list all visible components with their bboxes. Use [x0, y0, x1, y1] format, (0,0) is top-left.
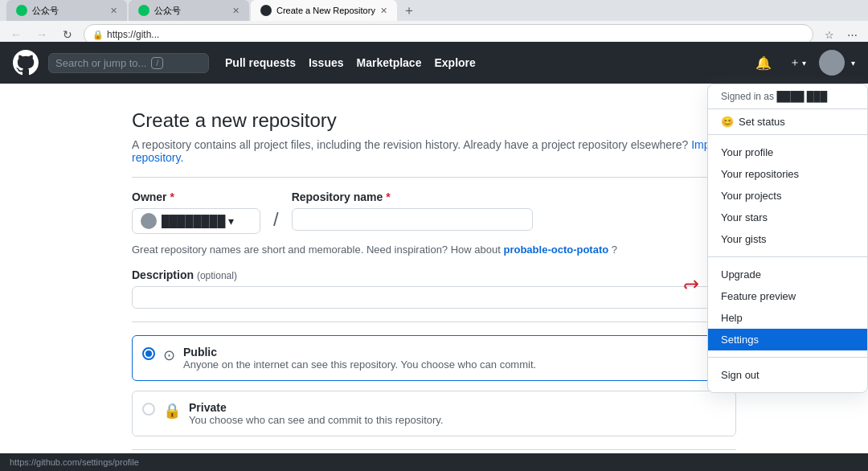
- repo-name-group: Repository name *: [292, 190, 533, 231]
- lock-radio-icon: 🔒: [163, 402, 181, 420]
- search-box[interactable]: Search or jump to... /: [48, 53, 209, 73]
- owner-select[interactable]: ████████ ▾: [132, 208, 260, 234]
- your-stars-link[interactable]: Your stars: [708, 207, 867, 228]
- nav-explore[interactable]: Explore: [434, 56, 475, 69]
- dropdown-section-signout: Sign out: [708, 358, 867, 392]
- tab-close-2[interactable]: ✕: [232, 6, 240, 16]
- owner-label: Owner *: [132, 190, 260, 203]
- emoji-icon: 😊: [721, 116, 734, 128]
- private-title: Private: [189, 401, 726, 414]
- avatar-chevron[interactable]: ▾: [851, 59, 855, 68]
- repo-name-label: Repository name *: [292, 190, 533, 203]
- form-divider: [132, 177, 736, 178]
- suggestion-name[interactable]: probable-octo-potato: [503, 244, 608, 256]
- description-group: Description (optional): [132, 268, 736, 309]
- settings-link[interactable]: Settings: [708, 329, 867, 350]
- url-text: https://gith...: [107, 29, 805, 40]
- visibility-divider: [132, 322, 736, 322]
- public-radio[interactable]: [142, 347, 155, 360]
- tab-label-3: Create a New Repository: [276, 6, 375, 15]
- page-description: A repository contains all project files,…: [132, 138, 736, 164]
- init-divider: [132, 449, 736, 450]
- suggestion-text: Great repository names are short and mem…: [132, 244, 736, 256]
- chevron-down-icon: ▾: [802, 59, 806, 68]
- status-bar: https://github.com/settings/profile: [0, 453, 868, 471]
- private-radio[interactable]: [142, 403, 155, 416]
- tab-wechat-1[interactable]: 公众号 ✕: [6, 0, 127, 21]
- wechat-favicon-1: [16, 5, 27, 16]
- repo-name-required: *: [386, 190, 390, 203]
- page-desc-text: A repository contains all project files,…: [132, 138, 688, 151]
- repo-name-input[interactable]: [292, 208, 533, 231]
- public-content: Public Anyone on the internet can see th…: [183, 346, 726, 371]
- nav-links: Pull requests Issues Marketplace Explore: [225, 56, 476, 69]
- slash-separator: /: [273, 190, 279, 231]
- browser-chrome: 公众号 ✕ 公众号 ✕ Create a New Repository ✕ ＋ …: [0, 0, 868, 42]
- feature-preview-link[interactable]: Feature preview: [708, 285, 867, 307]
- arrow-indicator: ↩: [683, 273, 699, 296]
- dropdown-section-profile: Your profile Your repositories Your proj…: [708, 135, 867, 257]
- search-kbd: /: [151, 57, 163, 69]
- nav-issues[interactable]: Issues: [309, 56, 344, 69]
- nav-marketplace[interactable]: Marketplace: [357, 56, 422, 69]
- new-tab-button[interactable]: ＋: [399, 0, 420, 21]
- set-status-button[interactable]: 😊 Set status: [708, 109, 867, 135]
- lock-icon: 🔒: [92, 30, 104, 40]
- dropdown-section-upgrade: Upgrade Feature preview Help Settings: [708, 257, 867, 358]
- github-nav: Search or jump to... / Pull requests Iss…: [0, 42, 868, 84]
- browser-tabs: 公众号 ✕ 公众号 ✕ Create a New Repository ✕ ＋: [0, 0, 868, 21]
- content-inner: Create a new repository A repository con…: [113, 109, 755, 453]
- github-logo: [13, 50, 39, 76]
- tab-github[interactable]: Create a New Repository ✕: [251, 0, 397, 21]
- nav-right: 🔔 ＋ ▾ ▾: [751, 50, 855, 76]
- owner-repo-row: Owner * ████████ ▾ / Repository name *: [132, 190, 736, 234]
- owner-avatar: [141, 213, 157, 229]
- public-icon: ⊙: [163, 346, 175, 364]
- tab-close-3[interactable]: ✕: [380, 6, 387, 16]
- wechat-favicon-2: [138, 5, 149, 16]
- nav-pull-requests[interactable]: Pull requests: [225, 56, 296, 69]
- owner-required: *: [170, 190, 174, 203]
- visibility-radio-group: ⊙ Public Anyone on the internet can see …: [132, 335, 736, 436]
- page-title: Create a new repository: [132, 109, 736, 132]
- your-profile-link[interactable]: Your profile: [708, 141, 867, 163]
- notifications-button[interactable]: 🔔: [751, 50, 776, 76]
- private-content: Private You choose who can see and commi…: [189, 401, 726, 426]
- user-dropdown-menu: Signed in as ████ ███ 😊 Set status Your …: [707, 84, 868, 393]
- your-projects-link[interactable]: Your projects: [708, 185, 867, 207]
- create-button[interactable]: ＋ ▾: [783, 52, 813, 73]
- your-gists-link[interactable]: Your gists: [708, 228, 867, 250]
- sign-out-link[interactable]: Sign out: [708, 364, 867, 386]
- dropdown-signed-in: Signed in as ████ ███: [708, 84, 867, 109]
- private-option[interactable]: 🔒 Private You choose who can see and com…: [132, 391, 736, 436]
- upgrade-link[interactable]: Upgrade: [708, 264, 867, 285]
- github-favicon: [260, 5, 272, 16]
- public-title: Public: [183, 346, 726, 358]
- description-input[interactable]: [132, 286, 736, 309]
- private-desc: You choose who can see and commit to thi…: [189, 414, 726, 426]
- tab-close-1[interactable]: ✕: [110, 6, 117, 16]
- dropdown-username: ████ ███: [776, 91, 827, 102]
- owner-name: ████████ ▾: [162, 215, 234, 227]
- plus-icon: ＋: [789, 55, 800, 70]
- desc-optional: (optional): [197, 270, 237, 281]
- set-status-label: Set status: [739, 116, 785, 128]
- tab-label-2: 公众号: [154, 5, 227, 17]
- signed-in-label: Signed in as: [721, 91, 774, 102]
- public-desc: Anyone on the internet can see this repo…: [183, 358, 726, 371]
- search-placeholder: Search or jump to...: [55, 57, 146, 69]
- tab-label-1: 公众号: [32, 5, 105, 17]
- your-repositories-link[interactable]: Your repositories: [708, 163, 867, 185]
- public-option[interactable]: ⊙ Public Anyone on the internet can see …: [132, 335, 736, 381]
- help-link[interactable]: Help: [708, 307, 867, 329]
- owner-group: Owner * ████████ ▾: [132, 190, 260, 234]
- status-url: https://github.com/settings/profile: [10, 457, 139, 467]
- user-avatar[interactable]: [819, 50, 845, 76]
- tab-wechat-2[interactable]: 公众号 ✕: [129, 0, 249, 21]
- desc-label: Description (optional): [132, 268, 736, 281]
